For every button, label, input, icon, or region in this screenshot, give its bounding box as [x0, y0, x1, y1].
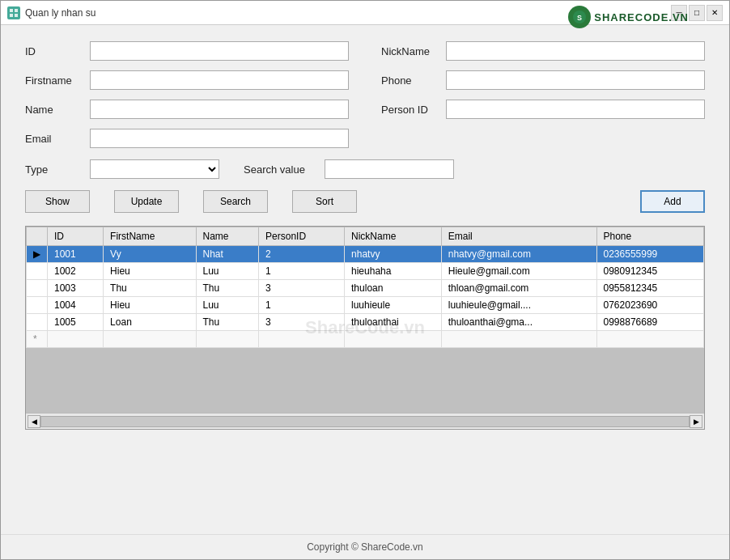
scroll-right-arrow[interactable]: ▶	[690, 415, 702, 428]
email-row: Email	[25, 129, 349, 148]
table-cell: 0762023690	[596, 297, 703, 314]
close-button[interactable]: ✕	[707, 5, 723, 21]
table-cell: Luu	[196, 297, 259, 314]
person-id-input[interactable]	[446, 100, 705, 119]
search-button[interactable]: Search	[203, 190, 268, 213]
name-input[interactable]	[90, 100, 349, 119]
table-cell: thuloan	[345, 280, 442, 297]
email-input[interactable]	[90, 129, 349, 148]
update-button[interactable]: Update	[114, 190, 179, 213]
table-row[interactable]: 1005LoanThu3thuloanthaithuloanthai@gma..…	[27, 314, 704, 331]
id-label: ID	[25, 45, 82, 57]
table-wrapper: ID FirstName Name PersonID NickName Emai…	[25, 226, 705, 430]
table-row[interactable]: ▶1001VyNhat2nhatvynhatvy@gmail.com023655…	[27, 246, 704, 263]
data-table: ID FirstName Name PersonID NickName Emai…	[26, 227, 704, 348]
svg-text:S: S	[577, 14, 582, 22]
table-cell: Hieule@gmail.com	[441, 263, 596, 280]
col-email: Email	[441, 227, 596, 246]
table-body: ▶1001VyNhat2nhatvynhatvy@gmail.com023655…	[27, 246, 704, 348]
table-row[interactable]: 1004HieuLuu1luuhieuleluuhieule@gmail....…	[27, 297, 704, 314]
table-cell: thuloanthai@gma...	[441, 314, 596, 331]
table-cell: 0980912345	[596, 263, 703, 280]
search-value-row: Search value	[244, 159, 454, 179]
title-bar: Quan ly nhan su S SHARECODE.VN ─ □ ✕	[1, 1, 729, 25]
table-header: ID FirstName Name PersonID NickName Emai…	[27, 227, 704, 246]
logo-text: SHARECODE.VN	[594, 11, 689, 23]
app-icon	[7, 6, 20, 19]
table-cell: 1001	[48, 246, 104, 263]
name-label: Name	[25, 104, 82, 116]
table-cell: 3	[259, 280, 345, 297]
table-cell	[27, 280, 48, 297]
nickname-input[interactable]	[446, 41, 705, 61]
table-cell: 2	[259, 246, 345, 263]
table-cell: 1	[259, 297, 345, 314]
table-cell: nhatvy@gmail.com	[441, 246, 596, 263]
form-grid: ID NickName Firstname Phone Name	[25, 41, 705, 148]
table-cell: nhatvy	[345, 246, 442, 263]
empty-right	[381, 129, 705, 148]
person-id-label: Person ID	[381, 104, 438, 116]
new-row-cell	[345, 331, 442, 348]
type-select[interactable]	[90, 159, 219, 179]
table-cell: luuhieule	[345, 297, 442, 314]
new-row-cell: *	[27, 331, 48, 348]
table-row[interactable]: 1002HieuLuu1hieuhahaHieule@gmail.com0980…	[27, 263, 704, 280]
new-row-cell	[48, 331, 104, 348]
search-value-input[interactable]	[325, 159, 454, 179]
table-cell: Thu	[104, 280, 196, 297]
table-cell: luuhieule@gmail....	[441, 297, 596, 314]
table-cell: 1002	[48, 263, 104, 280]
table-cell: 0236555999	[596, 246, 703, 263]
svg-rect-1	[15, 9, 18, 12]
table-cell: ▶	[27, 246, 48, 263]
col-nickname: NickName	[345, 227, 442, 246]
firstname-input[interactable]	[90, 70, 349, 90]
new-row[interactable]: *	[27, 331, 704, 348]
table-cell	[27, 314, 48, 331]
name-row: Name	[25, 100, 349, 119]
svg-rect-2	[10, 14, 13, 17]
copyright-bar: Copyright © ShareCode.vn	[1, 534, 729, 559]
empty-area	[26, 348, 704, 413]
col-indicator	[27, 227, 48, 246]
copyright-text: Copyright © ShareCode.vn	[307, 541, 423, 553]
scrollbar-track[interactable]	[40, 416, 690, 427]
col-personid: PersonID	[259, 227, 345, 246]
new-row-cell	[104, 331, 196, 348]
new-row-cell	[196, 331, 259, 348]
table-cell	[27, 263, 48, 280]
table-row[interactable]: 1003ThuThu3thuloanthloan@gmail.com095581…	[27, 280, 704, 297]
svg-rect-0	[10, 9, 13, 12]
scroll-left-arrow[interactable]: ◀	[28, 415, 40, 428]
type-label: Type	[25, 163, 82, 176]
horizontal-scrollbar[interactable]: ◀ ▶	[26, 413, 704, 429]
logo-area: S SHARECODE.VN	[568, 6, 689, 28]
new-row-cell	[441, 331, 596, 348]
table-cell: 0998876689	[596, 314, 703, 331]
table-cell: Thu	[196, 314, 259, 331]
type-row: Type	[25, 159, 219, 179]
id-input[interactable]	[90, 41, 349, 61]
table-cell: thloan@gmail.com	[441, 280, 596, 297]
add-button[interactable]: Add	[640, 190, 705, 213]
table-scroll[interactable]: ID FirstName Name PersonID NickName Emai…	[26, 227, 704, 348]
table-cell: hieuhaha	[345, 263, 442, 280]
firstname-label: Firstname	[25, 74, 82, 87]
phone-input[interactable]	[446, 70, 705, 90]
sort-button[interactable]: Sort	[292, 190, 357, 213]
table-cell: 1005	[48, 314, 104, 331]
table-cell: Nhat	[196, 246, 259, 263]
table-cell: Hieu	[104, 263, 196, 280]
email-label: Email	[25, 133, 82, 145]
firstname-row: Firstname	[25, 70, 349, 90]
new-row-cell	[259, 331, 345, 348]
table-cell	[27, 297, 48, 314]
show-button[interactable]: Show	[25, 190, 90, 213]
maximize-button[interactable]: □	[689, 5, 705, 21]
buttons-row: Show Update Search Sort Add	[25, 190, 705, 213]
data-table-container: ID FirstName Name PersonID NickName Emai…	[25, 226, 705, 430]
col-name: Name	[196, 227, 259, 246]
search-value-label: Search value	[244, 163, 316, 176]
table-cell: Hieu	[104, 297, 196, 314]
